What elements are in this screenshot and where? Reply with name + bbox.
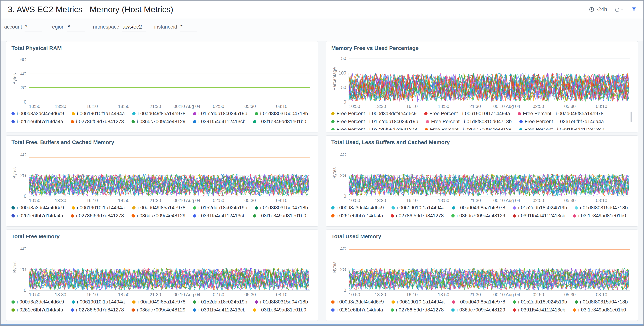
legend-item[interactable]: i-02786f59d7d841278 [71,213,124,219]
legend-item[interactable]: i-036dc7009c4e48129 [451,213,505,219]
svg-text:13:30: 13:30 [55,198,66,203]
legend-item[interactable]: i-0261e6fbf7d14da4a [331,307,383,313]
series-color-dot [71,214,74,218]
series-color-dot [12,300,15,304]
legend-label: i-0261e6fbf7d14da4a [17,119,63,124]
legend-item[interactable]: i-0261e6fbf7d14da4a [12,307,63,313]
legend-item[interactable]: i-02786f59d7d841278 [390,307,444,313]
instanceid-filter-input[interactable] [180,23,197,31]
legend-item[interactable]: i-0391f54d4112413cb [513,213,565,219]
svg-text:21:30: 21:30 [470,104,481,109]
chart-area[interactable]: 02G4GBytes10:5013:3016:1018:5021:3000:10… [331,147,632,204]
legend-item[interactable]: i-036dc7009c4e48129 [132,307,186,313]
legend-item[interactable]: i-000d3a3dcf4e4d6c9 [331,205,384,211]
legend-item[interactable]: i-000d3a3dcf4e4d6c9 [12,299,64,305]
namespace-filter-input[interactable] [122,23,146,31]
legend-label: i-0152ddb18c024519b [518,205,567,211]
legend-item[interactable]: i-0152ddb18c024519b [193,111,247,116]
legend-item[interactable]: Free Percent - i-02786f59d7d841278 [331,127,417,130]
legend-item[interactable]: i-00619010f1a14494a [72,205,125,211]
legend-item[interactable]: i-0391f54d4112413cb [193,307,246,313]
horizontal-scrollbar[interactable] [0,324,644,326]
legend-item[interactable]: Free Percent - i-0391f54d4112413cb [519,127,604,130]
series-color-dot [12,308,15,312]
filter-icon[interactable] [631,6,637,12]
legend-item[interactable]: i-03f1e349ad81e01b0 [253,119,306,124]
legend-item[interactable]: Free Percent - i-01d8f80315d04718b [426,119,512,124]
legend-item[interactable]: i-036dc7009c4e48129 [132,213,186,219]
region-filter-input[interactable] [67,23,84,31]
legend-item[interactable]: i-02786f59d7d841278 [390,213,444,219]
legend-item[interactable]: Free Percent - i-036dc7009c4e48129 [425,127,512,130]
series-color-dot [575,206,578,210]
svg-text:05:30: 05:30 [564,292,576,297]
legend-item[interactable]: i-0261e6fbf7d14da4a [331,213,383,219]
panels-grid: Total Physical RAM 02G4G6GBytes10:5013:3… [0,41,644,321]
chart-area[interactable]: 02G4GBytes10:5013:3016:1018:5021:3000:10… [12,241,313,298]
svg-text:18:50: 18:50 [118,292,130,297]
refresh-control[interactable] [614,7,624,12]
chart-area[interactable]: 02G4G6GBytes10:5013:3016:1018:5021:3000:… [12,53,313,109]
legend-item[interactable]: i-00ad049f85a14e978 [132,299,186,305]
legend-item[interactable]: i-000d3a3dcf4e4d6c9 [12,205,64,211]
chart-area[interactable]: 02G4GBytes10:5013:3016:1018:5021:3000:10… [12,147,313,204]
legend-label: i-02786f59d7d841278 [76,307,124,313]
legend-item[interactable]: i-0391f54d4112413cb [513,307,565,313]
legend-item[interactable]: i-0152ddb18c024519b [513,299,567,305]
account-filter-input[interactable] [24,23,42,31]
series-color-dot [513,300,516,304]
legend-item[interactable]: i-01d8f80315d04718b [575,299,628,305]
legend-item[interactable]: i-01d8f80315d04718b [255,111,308,116]
svg-text:08:10: 08:10 [596,292,607,297]
legend-item[interactable]: i-03f1e349ad81e01b0 [253,213,306,219]
legend-item[interactable]: i-0152ddb18c024519b [193,205,247,211]
legend-item[interactable]: i-01d8f80315d04718b [255,205,308,211]
legend-item[interactable]: i-00619010f1a14494a [392,205,444,211]
legend-item[interactable]: i-000d3a3dcf4e4d6c9 [12,111,64,116]
svg-text:0: 0 [24,194,26,199]
legend-label: i-0391f54d4112413cb [518,307,565,313]
legend-item[interactable]: i-00ad049f85a14e978 [132,205,186,211]
legend-item[interactable]: i-000d3a3dcf4e4d6c9 [331,299,384,305]
legend-item[interactable]: i-036dc7009c4e48129 [451,307,505,313]
legend-item[interactable]: Free Percent - i-000d3a3dcf4e4d6c9 [331,111,416,116]
legend-item[interactable]: i-036dc7009c4e48129 [132,119,186,124]
legend-item[interactable]: i-00619010f1a14494a [72,111,125,116]
legend-scrollbar-thumb[interactable] [630,112,632,122]
legend-item[interactable]: i-00ad049f85a14e978 [452,299,505,305]
legend-item[interactable]: Free Percent - i-0152ddb18c024519b [331,119,418,124]
svg-text:02:50: 02:50 [533,292,544,297]
legend-item[interactable]: i-03f1e349ad81e01b0 [573,307,626,313]
series-color-dot [573,214,576,218]
svg-text:0: 0 [24,99,26,104]
chart-area[interactable]: 050100150Percentage10:5013:3016:1018:502… [331,53,632,109]
legend-item[interactable]: i-01d8f80315d04718b [575,205,628,211]
panel-title: Total Free, Buffers and Cached Memory [12,139,313,145]
legend-item[interactable]: i-00ad049f85a14e978 [452,205,505,211]
legend-item[interactable]: Free Percent - i-0261e6fbf7d14da4a [520,119,604,124]
svg-text:05:30: 05:30 [564,104,576,109]
chart-area[interactable]: 02G4GBytes10:5013:3016:1018:5021:3000:10… [331,241,632,298]
legend-item[interactable]: i-0391f54d4112413cb [193,213,246,219]
series-color-dot [392,206,395,210]
legend-item[interactable]: i-03f1e349ad81e01b0 [253,307,306,313]
legend-item[interactable]: i-00619010f1a14494a [72,299,125,305]
filter-instanceid: instanceid [154,23,197,31]
legend-item[interactable]: i-0391f54d4112413cb [193,119,246,124]
legend-item[interactable]: i-0261e6fbf7d14da4a [12,119,63,124]
legend-item[interactable]: Free Percent - i-00ad049f85a14e978 [518,111,604,116]
series-color-dot [392,300,395,304]
legend-item[interactable]: i-02786f59d7d841278 [71,119,124,124]
time-range-control[interactable]: -24h [589,6,607,12]
legend-item[interactable]: i-02786f59d7d841278 [71,307,124,313]
legend-item[interactable]: Free Percent - i-00619010f1a14494a [424,111,510,116]
legend-item[interactable]: i-01d8f80315d04718b [255,299,308,305]
legend-item[interactable]: i-03f1e349ad81e01b0 [573,213,626,219]
page-title: 3. AWS EC2 Metrics - Memory (Host Metric… [8,5,589,14]
legend-item[interactable]: i-0261e6fbf7d14da4a [12,213,63,219]
legend-label: i-00ad049f85a14e978 [138,205,186,211]
legend-item[interactable]: i-0152ddb18c024519b [513,205,567,211]
legend-item[interactable]: i-00ad049f85a14e978 [132,111,186,116]
legend-item[interactable]: i-0152ddb18c024519b [193,299,247,305]
legend-item[interactable]: i-00619010f1a14494a [392,299,444,305]
